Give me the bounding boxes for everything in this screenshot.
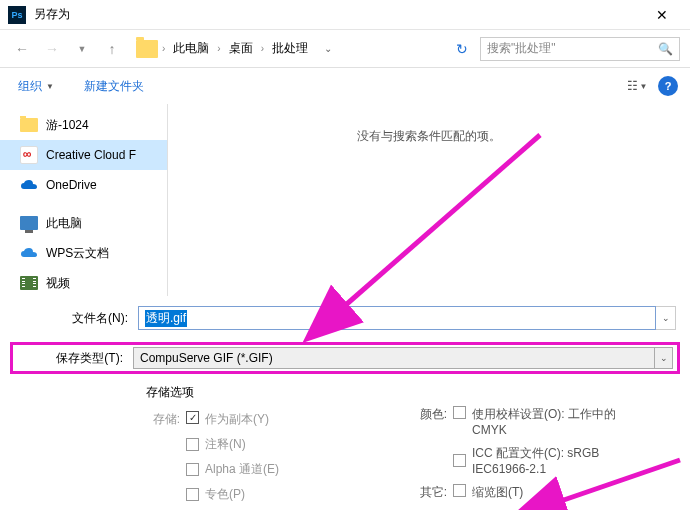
filename-dropdown[interactable]: ⌄ xyxy=(656,306,676,330)
tree-item[interactable]: WPS云文档 xyxy=(0,238,167,268)
chevron-right-icon: › xyxy=(217,43,220,54)
filetype-select[interactable]: CompuServe GIF (*.GIF) xyxy=(133,347,655,369)
tree-item[interactable]: Creative Cloud F xyxy=(0,140,167,170)
onedrive-icon xyxy=(20,179,38,191)
tree-label: Creative Cloud F xyxy=(46,148,136,162)
search-input[interactable]: 搜索"批处理" 🔍 xyxy=(480,37,680,61)
tree-item[interactable]: 视频 xyxy=(0,268,167,296)
address-bar[interactable]: › 此电脑 › 桌面 › 批处理 ⌄ xyxy=(130,38,444,59)
tree-item[interactable]: 游-1024 xyxy=(0,110,167,140)
forward-button[interactable]: → xyxy=(40,37,64,61)
up-button[interactable]: ↑ xyxy=(100,37,124,61)
icc-checkbox[interactable] xyxy=(453,454,466,467)
view-options-button[interactable]: ☷▼ xyxy=(624,75,650,97)
thumb-label: 缩览图(T) xyxy=(472,484,523,501)
spot-label: 专色(P) xyxy=(205,486,245,503)
address-dropdown[interactable]: ⌄ xyxy=(324,43,332,54)
filename-input[interactable]: 透明.gif xyxy=(138,306,656,330)
creative-cloud-icon xyxy=(20,146,38,164)
back-button[interactable]: ← xyxy=(10,37,34,61)
filetype-label: 保存类型(T): xyxy=(17,350,133,367)
breadcrumb-item[interactable]: 桌面 xyxy=(225,38,257,59)
tree-label: 视频 xyxy=(46,275,70,292)
notes-checkbox[interactable] xyxy=(186,438,199,451)
color-label: 颜色: xyxy=(411,406,453,437)
thumb-checkbox[interactable] xyxy=(453,484,466,497)
chevron-down-icon: ▼ xyxy=(46,82,54,91)
main-area: 游-1024 Creative Cloud F OneDrive 此电脑 WPS… xyxy=(0,104,690,296)
filetype-highlight: 保存类型(T): CompuServe GIF (*.GIF) ⌄ xyxy=(10,342,680,374)
proof-checkbox[interactable] xyxy=(453,406,466,419)
folder-icon xyxy=(20,118,38,132)
breadcrumb-item[interactable]: 批处理 xyxy=(268,38,312,59)
save-label: 存储: xyxy=(146,411,186,428)
window-title: 另存为 xyxy=(34,6,642,23)
spot-checkbox[interactable] xyxy=(186,488,199,501)
refresh-button[interactable]: ↻ xyxy=(450,41,474,57)
search-icon: 🔍 xyxy=(658,42,673,56)
search-placeholder: 搜索"批处理" xyxy=(487,40,658,57)
video-icon xyxy=(20,276,38,290)
sidebar: 游-1024 Creative Cloud F OneDrive 此电脑 WPS… xyxy=(0,104,168,296)
icc-label: ICC 配置文件(C): sRGB IEC61966-2.1 xyxy=(472,445,642,476)
photoshop-icon: Ps xyxy=(8,6,26,24)
file-list: 没有与搜索条件匹配的项。 xyxy=(168,104,690,296)
tree-label: 游-1024 xyxy=(46,117,89,134)
close-button[interactable]: ✕ xyxy=(642,2,682,28)
navigation-bar: ← → ▼ ↑ › 此电脑 › 桌面 › 批处理 ⌄ ↻ 搜索"批处理" 🔍 xyxy=(0,30,690,68)
alpha-checkbox[interactable] xyxy=(186,463,199,476)
alpha-label: Alpha 通道(E) xyxy=(205,461,279,478)
filename-label: 文件名(N): xyxy=(14,310,138,327)
wps-cloud-icon xyxy=(20,247,38,259)
copy-label: 作为副本(Y) xyxy=(205,411,269,428)
tree-label: OneDrive xyxy=(46,178,97,192)
notes-label: 注释(N) xyxy=(205,436,246,453)
chevron-right-icon: › xyxy=(261,43,264,54)
tree-item[interactable]: 此电脑 xyxy=(0,208,167,238)
folder-icon xyxy=(136,40,158,58)
tree-item[interactable]: OneDrive xyxy=(0,170,167,200)
help-button[interactable]: ? xyxy=(658,76,678,96)
pc-icon xyxy=(20,216,38,230)
organize-button[interactable]: 组织▼ xyxy=(12,74,60,99)
empty-message: 没有与搜索条件匹配的项。 xyxy=(357,128,501,145)
titlebar: Ps 另存为 ✕ xyxy=(0,0,690,30)
filetype-dropdown[interactable]: ⌄ xyxy=(655,347,673,369)
new-folder-button[interactable]: 新建文件夹 xyxy=(78,74,150,99)
filename-row: 文件名(N): 透明.gif ⌄ xyxy=(14,306,676,330)
chevron-right-icon: › xyxy=(162,43,165,54)
breadcrumb-item[interactable]: 此电脑 xyxy=(169,38,213,59)
toolbar: 组织▼ 新建文件夹 ☷▼ ? xyxy=(0,68,690,104)
save-options: 存储选项 存储: 作为副本(Y) 注释(N) Alpha 通道(E) 专色(P)… xyxy=(14,384,676,510)
copy-checkbox[interactable] xyxy=(186,411,199,424)
bottom-panel: 文件名(N): 透明.gif ⌄ 保存类型(T): CompuServe GIF… xyxy=(0,296,690,510)
recent-dropdown[interactable]: ▼ xyxy=(70,37,94,61)
tree-label: 此电脑 xyxy=(46,215,82,232)
other-label: 其它: xyxy=(411,484,453,501)
tree-label: WPS云文档 xyxy=(46,245,109,262)
options-title: 存储选项 xyxy=(146,384,411,401)
proof-label: 使用校样设置(O): 工作中的 CMYK xyxy=(472,406,642,437)
